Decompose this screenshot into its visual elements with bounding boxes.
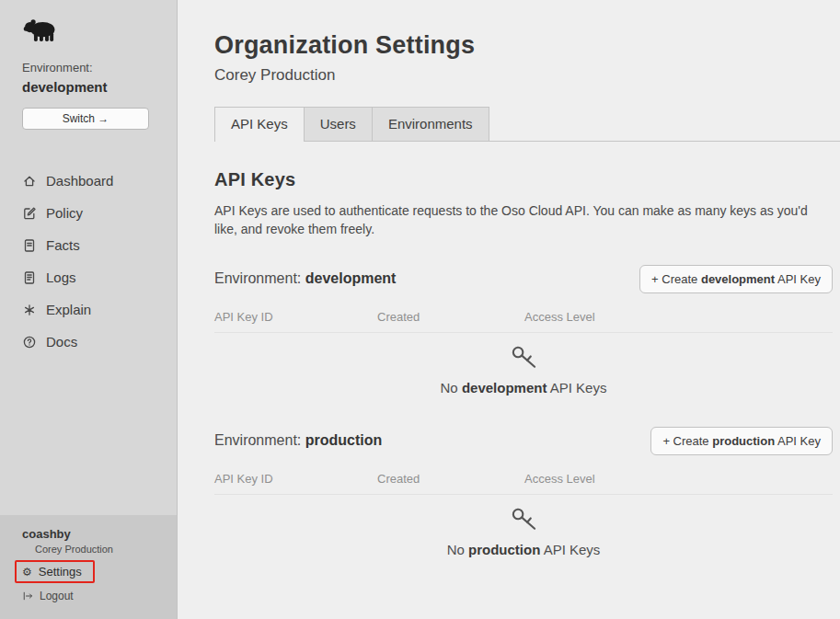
document-lines-icon [22,270,37,285]
api-keys-table-header: API Key ID Created Access Level [214,310,833,333]
environment-value: development [22,79,155,95]
column-header-api-key-id: API Key ID [214,472,377,486]
sidebar-item-settings[interactable]: ⚙ Settings [22,565,82,579]
settings-highlight-box: ⚙ Settings [15,560,95,583]
tab-api-keys[interactable]: API Keys [214,107,305,142]
section-description: API Keys are used to authenticate reques… [214,201,822,239]
create-development-api-key-button[interactable]: + Create development API Key [639,265,833,293]
asterisk-icon [22,303,37,317]
sidebar-item-dashboard[interactable]: Dashboard [22,165,155,197]
switch-environment-button[interactable]: Switch → [22,108,149,130]
column-header-created: Created [377,310,524,324]
env-group-title: Environment: production [214,432,382,449]
env-group-header-development: Environment: development + Create develo… [214,265,833,293]
nav-label: Logs [46,269,76,285]
nav-label: Policy [46,205,83,221]
key-icon [509,503,538,533]
logout-label: Logout [40,590,74,602]
nav-label: Docs [46,334,77,350]
environment-label: Environment: [22,61,155,75]
page-subtitle: Corey Production [214,66,840,85]
gear-icon: ⚙ [22,567,32,578]
nav-label: Facts [46,237,80,253]
nav-label: Explain [46,302,91,317]
tab-environments[interactable]: Environments [372,107,489,141]
nav-label: Dashboard [46,173,113,189]
api-keys-table-header: API Key ID Created Access Level [214,472,833,495]
env-group-title: Environment: development [214,270,396,287]
sidebar-footer: coashby Corey Production ⚙ Settings Logo… [0,515,177,619]
column-header-access-level: Access Level [524,472,833,486]
empty-state-production: No production API Keys [214,504,833,557]
main-content: Organization Settings Corey Production A… [178,0,840,619]
page-title: Organization Settings [214,31,840,60]
env-group-header-production: Environment: production + Create product… [214,427,833,455]
empty-state-text: No development API Keys [214,380,833,395]
column-header-api-key-id: API Key ID [214,310,377,324]
sidebar-nav: Dashboard Policy Facts [22,165,155,358]
sidebar-item-docs[interactable]: Docs [22,326,155,358]
key-icon [509,341,538,371]
column-header-access-level: Access Level [524,310,833,324]
sidebar-item-policy[interactable]: Policy [22,197,155,229]
sidebar: Environment: development Switch → Dashbo… [0,0,178,619]
sidebar-item-logs[interactable]: Logs [22,261,155,293]
home-icon [22,174,37,189]
section-heading: API Keys [214,169,833,190]
tab-users[interactable]: Users [304,107,373,141]
logout-icon [22,590,33,602]
sidebar-item-logout[interactable]: Logout [22,590,177,602]
document-icon [22,238,37,253]
app-window: Environment: development Switch → Dashbo… [0,0,840,619]
tab-bar: API Keys Users Environments [214,107,840,142]
empty-state-development: No development API Keys [214,342,833,395]
sidebar-item-facts[interactable]: Facts [22,229,155,261]
help-circle-icon [22,335,37,350]
settings-label: Settings [39,565,82,579]
empty-state-text: No production API Keys [214,542,833,557]
bear-logo-icon [22,18,57,42]
edit-square-icon [22,206,37,221]
column-header-created: Created [377,472,524,486]
username: coashby [22,527,177,541]
user-organization: Corey Production [35,544,177,555]
sidebar-item-explain[interactable]: Explain [22,293,155,326]
create-production-api-key-button[interactable]: + Create production API Key [650,427,833,455]
